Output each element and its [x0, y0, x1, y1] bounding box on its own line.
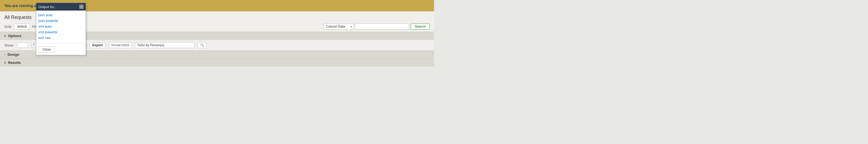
- design-section-label: Design: [7, 53, 19, 57]
- results-section-label: Results: [8, 61, 21, 65]
- magnifier-icon: 🔍: [200, 43, 204, 47]
- popup-item-xml-raw[interactable]: xml raw: [38, 35, 84, 40]
- popup-header: Output for... ×: [36, 3, 86, 10]
- search-type-select[interactable]: Column Data Full Text Name: [324, 24, 353, 29]
- search-input[interactable]: [355, 24, 409, 29]
- grid-label: Grid:: [4, 25, 12, 29]
- popup-title: Output for...: [38, 5, 57, 9]
- popup-item-xml-powerbi[interactable]: xml powerbi: [38, 29, 84, 35]
- search-button[interactable]: Search: [411, 24, 430, 29]
- options-chevron-icon: ▾: [4, 34, 6, 38]
- export-button[interactable]: Export: [90, 42, 106, 48]
- search-area: Column Data Full Text Name Search: [324, 24, 430, 29]
- popup-close-icon: ×: [81, 5, 82, 8]
- todo-input[interactable]: [135, 42, 194, 48]
- popup-close-action-button[interactable]: Close: [38, 46, 55, 53]
- show-count-input[interactable]: [17, 42, 28, 48]
- format-display: format:xhtml: [109, 42, 132, 48]
- search-select-wrapper: Column Data Full Text Name: [324, 24, 353, 29]
- results-chevron-icon: ▾: [4, 61, 6, 65]
- grid-default-button[interactable]: default: [14, 24, 30, 29]
- popup-item-xml-auto[interactable]: xml auto: [38, 24, 84, 29]
- results-section-header[interactable]: ▾ Results: [0, 58, 434, 66]
- popup-divider: [36, 43, 86, 44]
- todo-search-button[interactable]: 🔍: [198, 42, 207, 48]
- page-title: All Requests: [4, 15, 32, 20]
- popup-header-close-button[interactable]: ×: [79, 5, 84, 9]
- output-popup: Output for... × json auto json powerbi x…: [36, 3, 86, 55]
- popup-close-row: Close: [36, 45, 86, 54]
- options-section-label: Options: [8, 34, 21, 38]
- popup-menu-items: json auto json powerbi xml auto xml powe…: [36, 10, 86, 42]
- star-button[interactable]: *: [31, 42, 36, 48]
- popup-item-json-powerbi[interactable]: json powerbi: [38, 18, 84, 24]
- design-chevron-icon: ›: [4, 53, 5, 57]
- show-label: Show:: [4, 43, 14, 47]
- popup-item-json-auto[interactable]: json auto: [38, 12, 84, 18]
